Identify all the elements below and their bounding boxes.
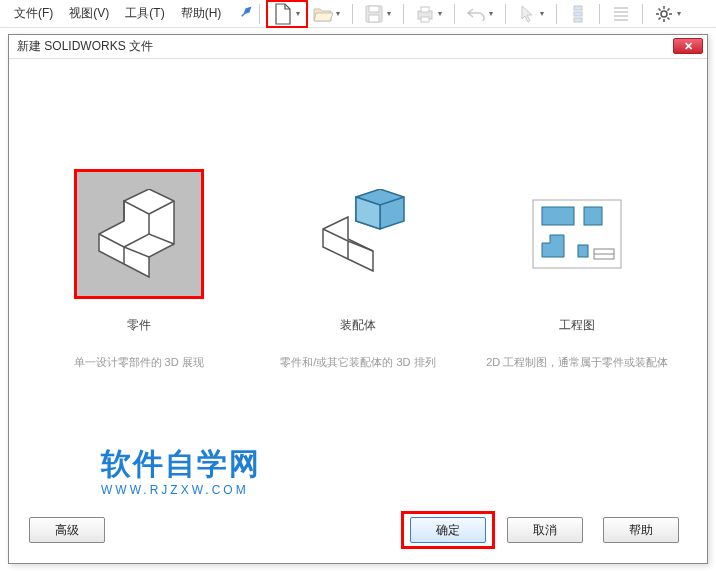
- button-row: 高级 确定 取消 帮助: [29, 511, 687, 549]
- new-file-dropdown[interactable]: ▾: [296, 9, 306, 18]
- dialog-title: 新建 SOLIDWORKS 文件: [17, 38, 699, 55]
- menu-tools[interactable]: 工具(T): [117, 1, 172, 26]
- option-drawing-desc: 2D 工程制图，通常属于零件或装配体: [477, 354, 677, 371]
- options-dropdown[interactable]: ▾: [677, 9, 687, 18]
- new-file-button[interactable]: [269, 2, 297, 26]
- undo-button[interactable]: [462, 2, 490, 26]
- rebuild-button[interactable]: [564, 2, 592, 26]
- toolbar-separator: [454, 4, 455, 24]
- menubar: 文件(F) 视图(V) 工具(T) 帮助(H) ▾ ▾ ▾ ▾ ▾ ▾: [0, 0, 716, 28]
- option-part-title: 零件: [39, 317, 239, 334]
- svg-rect-18: [578, 245, 588, 257]
- toolbar-separator: [556, 4, 557, 24]
- drawing-icon: [512, 169, 642, 299]
- close-icon[interactable]: ✕: [673, 38, 703, 54]
- watermark: 软件自学网 WWW.RJZXW.COM: [101, 444, 261, 497]
- svg-rect-15: [542, 207, 574, 225]
- svg-rect-2: [369, 15, 379, 22]
- toolbar-separator: [599, 4, 600, 24]
- svg-rect-1: [369, 6, 379, 12]
- menu-file[interactable]: 文件(F): [6, 1, 61, 26]
- option-part[interactable]: 零件 单一设计零部件的 3D 展现: [39, 169, 239, 371]
- svg-point-9: [661, 11, 667, 17]
- select-button[interactable]: [513, 2, 541, 26]
- print-button[interactable]: [411, 2, 439, 26]
- option-assembly-desc: 零件和/或其它装配体的 3D 排列: [258, 354, 458, 371]
- option-assembly-title: 装配体: [258, 317, 458, 334]
- dialog-titlebar: 新建 SOLIDWORKS 文件 ✕: [9, 35, 707, 59]
- list-button[interactable]: [607, 2, 635, 26]
- save-button[interactable]: [360, 2, 388, 26]
- new-file-dialog: 新建 SOLIDWORKS 文件 ✕ 零件 单一设计零部件的 3D 展: [8, 34, 708, 564]
- menu-view[interactable]: 视图(V): [61, 1, 117, 26]
- option-part-desc: 单一设计零部件的 3D 展现: [39, 354, 239, 371]
- svg-rect-4: [421, 7, 429, 12]
- toolbar-separator: [403, 4, 404, 24]
- svg-rect-6: [574, 6, 582, 10]
- print-dropdown[interactable]: ▾: [438, 9, 448, 18]
- toolbar-separator: [259, 4, 260, 24]
- ok-button-highlight: 确定: [401, 511, 495, 549]
- watermark-sub: WWW.RJZXW.COM: [101, 483, 261, 497]
- option-assembly[interactable]: 装配体 零件和/或其它装配体的 3D 排列: [258, 169, 458, 371]
- svg-marker-10: [99, 189, 174, 277]
- new-file-button-group: ▾: [266, 0, 308, 28]
- open-file-button[interactable]: [309, 2, 337, 26]
- part-icon: [74, 169, 204, 299]
- options-button[interactable]: [650, 2, 678, 26]
- menu-help[interactable]: 帮助(H): [173, 1, 230, 26]
- save-dropdown[interactable]: ▾: [387, 9, 397, 18]
- ok-button[interactable]: 确定: [410, 517, 486, 543]
- toolbar-separator: [505, 4, 506, 24]
- help-button[interactable]: 帮助: [603, 517, 679, 543]
- advanced-button[interactable]: 高级: [29, 517, 105, 543]
- svg-rect-5: [421, 17, 429, 22]
- option-drawing-title: 工程图: [477, 317, 677, 334]
- undo-dropdown[interactable]: ▾: [489, 9, 499, 18]
- svg-rect-7: [574, 12, 582, 16]
- svg-rect-8: [574, 18, 582, 22]
- options-row: 零件 单一设计零部件的 3D 展现 装配体 零: [29, 169, 687, 371]
- toolbar-separator: [352, 4, 353, 24]
- svg-rect-16: [584, 207, 602, 225]
- watermark-main: 软件自学网: [101, 444, 261, 485]
- open-dropdown[interactable]: ▾: [336, 9, 346, 18]
- select-dropdown[interactable]: ▾: [540, 9, 550, 18]
- option-drawing[interactable]: 工程图 2D 工程制图，通常属于零件或装配体: [477, 169, 677, 371]
- toolbar-separator: [642, 4, 643, 24]
- cancel-button[interactable]: 取消: [507, 517, 583, 543]
- pin-icon[interactable]: [239, 5, 253, 22]
- assembly-icon: [293, 169, 423, 299]
- dialog-body: 零件 单一设计零部件的 3D 展现 装配体 零: [9, 59, 707, 563]
